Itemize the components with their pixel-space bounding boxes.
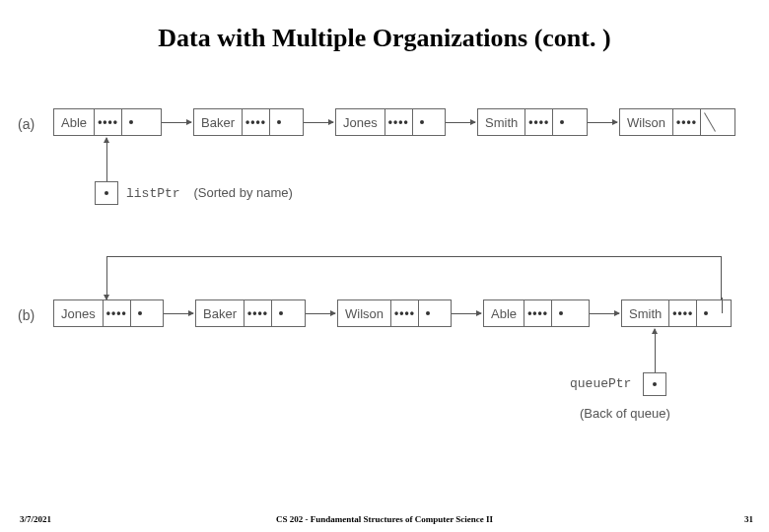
ellipsis-icon: •••• bbox=[391, 300, 419, 326]
next-pointer bbox=[131, 300, 149, 326]
slide: Data with Multiple Organizations (cont. … bbox=[0, 0, 769, 532]
list-node: Jones •••• bbox=[335, 108, 446, 136]
node-name: Jones bbox=[54, 300, 104, 326]
arrow-icon bbox=[306, 313, 335, 314]
row-a-label: (a) bbox=[18, 116, 35, 132]
linked-list-diagram: (a) Able •••• Baker •••• Jones •••• Smit… bbox=[12, 93, 757, 467]
list-pointer-label: listPtr (Sorted by name) bbox=[126, 185, 293, 201]
list-node: Baker •••• bbox=[195, 299, 306, 327]
list-node: Able •••• bbox=[53, 108, 162, 136]
arrow-icon bbox=[588, 122, 617, 123]
arrow-icon bbox=[164, 313, 193, 314]
pointer-name: listPtr bbox=[126, 186, 180, 201]
ellipsis-icon: •••• bbox=[245, 300, 272, 326]
ellipsis-icon: •••• bbox=[104, 300, 131, 326]
ellipsis-icon: •••• bbox=[385, 109, 413, 135]
ellipsis-icon: •••• bbox=[669, 300, 697, 326]
list-node: Smith •••• bbox=[477, 108, 588, 136]
node-name: Baker bbox=[194, 109, 243, 135]
node-name: Wilson bbox=[620, 109, 673, 135]
node-name: Jones bbox=[336, 109, 385, 135]
next-pointer bbox=[413, 109, 431, 135]
list-node: Wilson •••• bbox=[619, 108, 735, 136]
row-b-label: (b) bbox=[18, 307, 35, 323]
queue-pointer-annotation: (Back of queue) bbox=[580, 406, 670, 421]
next-pointer bbox=[419, 300, 437, 326]
list-node: Jones •••• bbox=[53, 299, 164, 327]
node-name: Wilson bbox=[338, 300, 391, 326]
list-node: Baker •••• bbox=[193, 108, 304, 136]
footer-course: CS 202 - Fundamental Structures of Compu… bbox=[276, 514, 493, 524]
next-pointer bbox=[552, 300, 570, 326]
arrow-icon bbox=[106, 138, 107, 181]
ellipsis-icon: •••• bbox=[243, 109, 270, 135]
node-name: Able bbox=[54, 109, 95, 135]
wrap-arrow bbox=[106, 256, 722, 299]
footer-page-number: 31 bbox=[744, 514, 753, 524]
ellipsis-icon: •••• bbox=[95, 109, 122, 135]
node-name: Smith bbox=[622, 300, 669, 326]
pointer-name: queuePtr bbox=[570, 376, 631, 391]
arrow-icon bbox=[446, 122, 475, 123]
queue-pointer-box bbox=[643, 372, 666, 396]
pointer-annotation: (Sorted by name) bbox=[193, 185, 292, 200]
list-pointer-box bbox=[95, 181, 118, 205]
node-name: Able bbox=[484, 300, 524, 326]
next-pointer bbox=[122, 109, 140, 135]
arrow-icon bbox=[452, 313, 481, 314]
arrow-icon bbox=[304, 122, 333, 123]
ellipsis-icon: •••• bbox=[524, 300, 552, 326]
next-pointer bbox=[697, 300, 715, 326]
next-pointer bbox=[272, 300, 290, 326]
arrow-icon bbox=[655, 329, 656, 372]
list-node: Wilson •••• bbox=[337, 299, 452, 327]
arrow-icon bbox=[162, 122, 191, 123]
list-node: Able •••• bbox=[483, 299, 590, 327]
node-name: Baker bbox=[196, 300, 245, 326]
list-node: Smith •••• bbox=[621, 299, 732, 327]
footer-date: 3/7/2021 bbox=[20, 514, 51, 524]
node-name: Smith bbox=[478, 109, 525, 135]
slide-title: Data with Multiple Organizations (cont. … bbox=[12, 24, 757, 53]
null-pointer bbox=[701, 109, 719, 135]
next-pointer bbox=[270, 109, 288, 135]
next-pointer bbox=[553, 109, 571, 135]
ellipsis-icon: •••• bbox=[525, 109, 553, 135]
arrow-icon bbox=[590, 313, 619, 314]
queue-pointer-label: queuePtr bbox=[570, 376, 631, 391]
ellipsis-icon: •••• bbox=[673, 109, 701, 135]
